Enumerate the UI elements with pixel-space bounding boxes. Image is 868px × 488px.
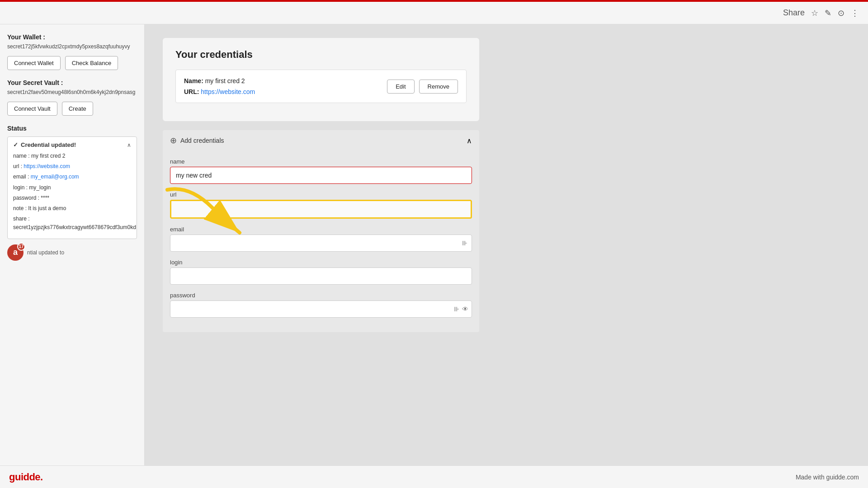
login-input[interactable]	[170, 267, 472, 285]
status-share: share : secret1yzjpzjks776wkxtrcagywt667…	[13, 215, 131, 232]
cred-url-label: URL:	[184, 88, 199, 95]
email-field: email ⊪	[170, 226, 472, 252]
name-label: name	[170, 158, 472, 165]
password-field: password ⊪ 👁	[170, 292, 472, 318]
wallet-label: Your Wallet :	[7, 33, 137, 41]
status-login: login : my_login	[13, 183, 131, 192]
password-input[interactable]	[170, 300, 472, 318]
status-header: ✓ Credential updated! ∧	[13, 141, 131, 148]
wallet-buttons: Connect Wallet Check Balance	[7, 56, 137, 70]
add-circle-icon: ⊕	[170, 136, 177, 145]
status-url-link[interactable]: https://website.com	[24, 163, 70, 169]
add-cred-header[interactable]: ⊕ Add credentials ∧	[163, 130, 479, 151]
email-icon: ⊪	[462, 239, 467, 247]
status-check: ✓ Credential updated!	[13, 141, 76, 148]
url-input[interactable]	[170, 200, 472, 219]
cred-actions: Edit Remove	[387, 80, 458, 94]
check-balance-button[interactable]: Check Balance	[65, 56, 118, 70]
cred-url: URL: https://website.com	[184, 88, 387, 95]
url-label: url	[170, 191, 472, 198]
add-credentials-section: ⊕ Add credentials ∧ name url ema	[163, 130, 479, 332]
notification-area: a 17 ntial updated to	[7, 244, 137, 261]
connect-vault-button[interactable]: Connect Vault	[7, 102, 57, 116]
vault-value: secret1n2faev50meug48l6sn0h0m6k4ykj2dn9p…	[7, 88, 137, 96]
credentials-title: Your credentials	[175, 49, 467, 61]
collapse-icon[interactable]: ∧	[467, 136, 472, 145]
password-icons: ⊪ 👁	[454, 305, 468, 313]
cred-item-info: Name: my first cred 2 URL: https://websi…	[184, 77, 387, 95]
cred-name-label: Name:	[184, 77, 203, 84]
status-updated-text: Credential updated!	[21, 141, 76, 148]
sidebar: Your Wallet : secret172j5kfvwkudzl2cpxtm…	[0, 24, 145, 465]
star-icon[interactable]: ☆	[811, 8, 818, 18]
edit-button[interactable]: Edit	[387, 80, 414, 94]
url-field: url	[170, 191, 472, 219]
cred-item-header: Name: my first cred 2 URL: https://websi…	[184, 77, 458, 95]
add-cred-label: ⊕ Add credentials	[170, 136, 224, 145]
name-field: name	[170, 158, 472, 184]
status-password: password : ****	[13, 194, 131, 202]
status-email-label: email :	[13, 174, 31, 180]
name-input[interactable]	[170, 167, 472, 184]
footer: guidde. Made with guidde.com	[0, 465, 868, 488]
check-icon: ✓	[13, 141, 18, 148]
status-share-label: share :	[13, 216, 30, 222]
email-input-wrapper: ⊪	[170, 235, 472, 252]
header-actions: Share ☆ ✎ ⊙ ⋮	[783, 8, 859, 18]
notif-badge: 17	[17, 243, 25, 251]
cred-url-link[interactable]: https://website.com	[201, 88, 255, 95]
cred-name-value: my first cred 2	[205, 77, 245, 84]
edit-icon[interactable]: ✎	[825, 8, 831, 18]
status-chevron-icon[interactable]: ∧	[127, 142, 131, 148]
github-icon[interactable]: ⊙	[838, 8, 844, 18]
footer-tagline: Made with guidde.com	[796, 474, 859, 481]
more-icon[interactable]: ⋮	[851, 8, 859, 18]
notif-avatar: a 17	[7, 244, 24, 261]
password-input-wrapper: ⊪ 👁	[170, 300, 472, 318]
password-label: password	[170, 292, 472, 299]
create-button[interactable]: Create	[62, 102, 93, 116]
share-label[interactable]: Share	[783, 8, 805, 18]
add-cred-form: name url email ⊪	[163, 151, 479, 332]
status-url: url : https://website.com	[13, 162, 131, 171]
remove-button[interactable]: Remove	[419, 80, 458, 94]
layout: Your Wallet : secret172j5kfvwkudzl2cpxtm…	[0, 24, 868, 465]
status-title: Status	[7, 125, 137, 132]
email-label: email	[170, 226, 472, 233]
vault-label: Your Secret Vault :	[7, 79, 137, 86]
cred-name: Name: my first cred 2	[184, 77, 387, 84]
status-box: ✓ Credential updated! ∧ name : my first …	[7, 136, 137, 239]
footer-logo: guidde.	[9, 471, 43, 483]
wallet-value: secret172j5kfvwkudzl2cpxtmdy5pxes8azqfuu…	[7, 42, 137, 51]
notif-text: ntial updated to	[27, 249, 64, 256]
login-label: login	[170, 259, 472, 266]
credential-item: Name: my first cred 2 URL: https://websi…	[175, 70, 467, 103]
header: Share ☆ ✎ ⊙ ⋮	[0, 2, 868, 24]
status-email-link[interactable]: my_email@org.com	[31, 174, 79, 180]
copy-icon[interactable]: ⊪	[454, 305, 459, 313]
status-note: note : It is just a demo	[13, 204, 131, 213]
vault-buttons: Connect Vault Create	[7, 102, 137, 116]
email-input[interactable]	[170, 235, 472, 252]
status-url-label: url :	[13, 163, 24, 169]
credentials-card: Your credentials Name: my first cred 2 U…	[163, 38, 479, 121]
status-name: name : my first cred 2	[13, 152, 131, 160]
login-field: login	[170, 259, 472, 285]
connect-wallet-button[interactable]: Connect Wallet	[7, 56, 61, 70]
show-password-icon[interactable]: 👁	[462, 305, 468, 313]
main-content: Your credentials Name: my first cred 2 U…	[145, 24, 868, 465]
status-share-value: secret1yzjpzjks776wkxtrcagywt6678679cdf3…	[13, 224, 136, 230]
add-cred-text: Add credentials	[180, 137, 224, 144]
status-email: email : my_email@org.com	[13, 173, 131, 181]
